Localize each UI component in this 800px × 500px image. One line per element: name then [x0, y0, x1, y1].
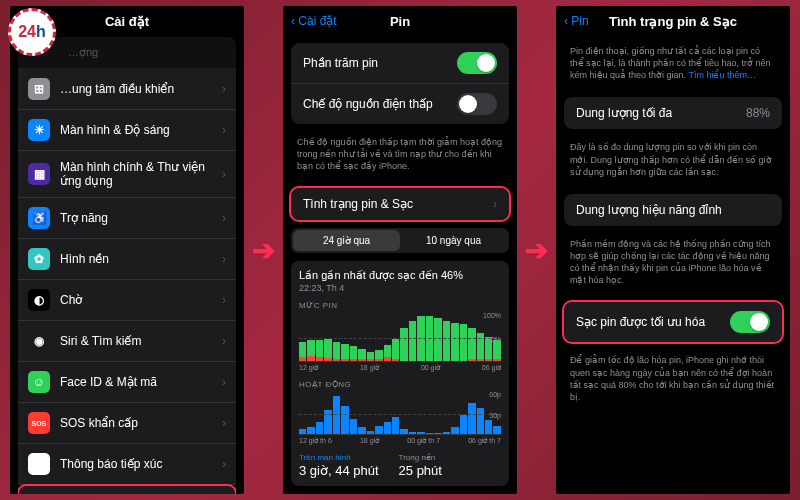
arrow-icon: ➔	[250, 234, 277, 267]
tab-24h[interactable]: 24 giờ qua	[293, 230, 400, 251]
battery-percentage-toggle[interactable]	[457, 52, 497, 74]
battery-level-chart: 100% 50%	[299, 314, 501, 362]
row-icon: ⊞	[28, 78, 50, 100]
battery-chart-card: Lần gần nhất được sạc đến 46% 22:23, Th …	[291, 261, 509, 486]
optimized-charging-toggle[interactable]	[730, 311, 770, 333]
chevron-right-icon: ›	[222, 167, 226, 181]
chevron-right-icon: ›	[493, 197, 497, 211]
activity-chart: 60p 30p	[299, 393, 501, 435]
chevron-right-icon: ›	[222, 375, 226, 389]
settings-row[interactable]: ✿Hình nền›	[18, 239, 236, 280]
last-charge-time: 22:23, Th 4	[299, 283, 501, 293]
intro-note: Pin điện thoại, giống như tất cả các loạ…	[556, 35, 790, 89]
tab-10days[interactable]: 10 ngày qua	[400, 230, 507, 251]
settings-row[interactable]: ⊞…ung tâm điều khiển›	[18, 69, 236, 110]
max-capacity-value: 88%	[746, 106, 770, 120]
optimized-charging-row[interactable]: Sạc pin được tối ưu hóa	[564, 302, 782, 342]
settings-row[interactable]: ▦Màn hình chính & Thư viện ứng dụng›	[18, 151, 236, 198]
learn-more-link[interactable]: Tìm hiểu thêm…	[688, 70, 756, 80]
row-icon: ✿	[28, 248, 50, 270]
settings-row[interactable]: ◉Siri & Tìm kiếm›	[18, 321, 236, 362]
activity-label: HOẠT ĐỘNG	[299, 380, 501, 389]
settings-panel: Cài đặt …ợng⊞…ung tâm điều khiển›☀Màn hì…	[10, 6, 244, 494]
header-title: Pin	[390, 14, 410, 29]
screen-off-value: 25 phút	[399, 463, 442, 478]
screen-on-value: 3 giờ, 44 phút	[299, 463, 379, 478]
chevron-right-icon: ›	[222, 334, 226, 348]
chevron-right-icon: ›	[222, 252, 226, 266]
max-cap-note: Đây là số đo dung lượng pin so với khi p…	[556, 137, 790, 185]
row-icon: ☀	[28, 119, 50, 141]
back-button[interactable]: ‹ Cài đặt	[291, 14, 337, 28]
settings-row[interactable]: ◐Chờ›	[18, 280, 236, 321]
time-range-tabs: 24 giờ qua 10 ngày qua	[291, 228, 509, 253]
last-charge-title: Lần gần nhất được sạc đến 46%	[299, 269, 501, 282]
row-icon: ◐	[28, 289, 50, 311]
chevron-right-icon: ›	[222, 211, 226, 225]
low-power-row[interactable]: Chế độ nguồn điện thấp	[291, 84, 509, 124]
peak-note: Phần mềm động và các hệ thống phần cứng …	[556, 234, 790, 295]
row-icon: ▦	[28, 163, 50, 185]
screen-off-label: Trong nền	[399, 453, 442, 462]
battery-health-row[interactable]: Tình trạng pin & Sạc ›	[291, 188, 509, 220]
row-icon: ♿	[28, 207, 50, 229]
peak-performance-row: Dung lượng hiệu năng đỉnh	[564, 194, 782, 226]
chevron-right-icon: ›	[222, 416, 226, 430]
settings-row[interactable]: ♿Trợ năng›	[18, 198, 236, 239]
low-power-note: Chế độ nguồn điện thấp tạm thời giảm hoạ…	[283, 132, 517, 180]
back-button[interactable]: ‹ Pin	[564, 14, 589, 28]
screen-on-label: Trên màn hình	[299, 453, 379, 462]
chevron-right-icon: ›	[222, 457, 226, 471]
level-label: MỨC PIN	[299, 301, 501, 310]
max-capacity-row: Dung lượng tối đa 88%	[564, 97, 782, 129]
optimized-note: Để giảm tốc độ lão hóa pin, iPhone ghi n…	[556, 350, 790, 411]
chevron-right-icon: ›	[222, 293, 226, 307]
header-title: Tình trạng pin & Sạc	[609, 14, 737, 29]
battery-panel: ‹ Cài đặt Pin Phần trăm pin Chế độ nguồn…	[283, 6, 517, 494]
logo-24h: 24h	[8, 8, 56, 56]
settings-row[interactable]: ⊕Thông báo tiếp xúc›	[18, 444, 236, 485]
row-icon: ◉	[28, 330, 50, 352]
low-power-toggle[interactable]	[457, 93, 497, 115]
settings-row[interactable]: ☺Face ID & Mật mã›	[18, 362, 236, 403]
battery-percentage-row[interactable]: Phần trăm pin	[291, 43, 509, 84]
row-icon: ☺	[28, 371, 50, 393]
row-icon: ⊕	[28, 453, 50, 475]
settings-row[interactable]: ☀Màn hình & Độ sáng›	[18, 110, 236, 151]
settings-row[interactable]: SOSSOS khẩn cấp›	[18, 403, 236, 444]
settings-row[interactable]: ▮Pin›	[18, 485, 236, 494]
chevron-right-icon: ›	[222, 82, 226, 96]
chevron-right-icon: ›	[222, 123, 226, 137]
battery-health-panel: ‹ Pin Tình trạng pin & Sạc Pin điện thoạ…	[556, 6, 790, 494]
row-icon: SOS	[28, 412, 50, 434]
arrow-icon: ➔	[523, 234, 550, 267]
